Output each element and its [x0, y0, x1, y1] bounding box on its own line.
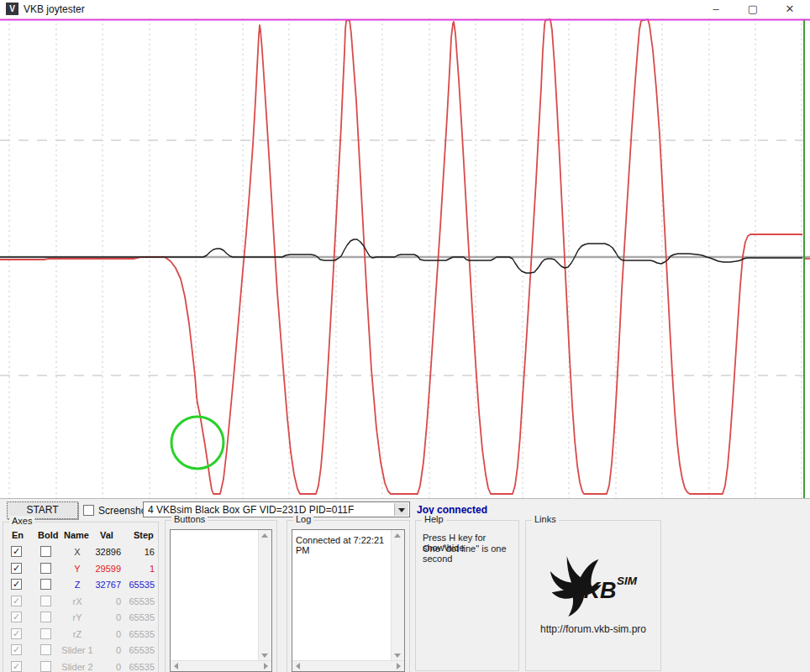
- axis-step: 65535: [121, 596, 155, 606]
- scroll-down-icon[interactable]: [394, 654, 401, 658]
- logo-sim-text: SIM: [617, 575, 638, 587]
- axis-bold-checkbox: [40, 661, 51, 672]
- buttons-horizontal-scrollbar[interactable]: [171, 660, 271, 671]
- axis-step: 1: [121, 564, 155, 574]
- axis-en-checkbox: ✓: [11, 644, 22, 655]
- axis-value: 0: [84, 629, 121, 639]
- axes-panel-title: Axes: [9, 516, 34, 526]
- forum-link[interactable]: http://forum.vkb-sim.pro: [526, 623, 660, 635]
- oscilloscope-plot: [0, 18, 810, 499]
- axis-en-checkbox: ✓: [11, 596, 22, 606]
- axis-en-checkbox[interactable]: ✓: [11, 563, 22, 574]
- axis-en-checkbox: ✓: [11, 628, 22, 639]
- axis-bold-checkbox[interactable]: [40, 579, 51, 590]
- scroll-left-icon[interactable]: [296, 663, 300, 669]
- axes-header-step: Step: [134, 530, 154, 540]
- axis-step: 16: [121, 547, 155, 557]
- axes-header-val: Val: [100, 530, 113, 540]
- axis-step: 65535: [121, 645, 155, 655]
- axis-bold-checkbox[interactable]: [40, 546, 51, 557]
- scroll-up-icon[interactable]: [261, 533, 268, 538]
- axis-value: 32896: [84, 547, 121, 557]
- axis-value: 32767: [84, 580, 121, 590]
- links-panel-title: Links: [532, 514, 559, 524]
- scroll-right-icon[interactable]: [397, 663, 401, 669]
- buttons-listbox[interactable]: [170, 529, 272, 672]
- buttons-panel: Buttons: [165, 520, 277, 672]
- axis-bold-checkbox: [40, 612, 51, 622]
- axis-value: 0: [84, 596, 121, 606]
- log-vertical-scrollbar[interactable]: [391, 530, 404, 661]
- axis-row-slider2: ✓Slider 2065535: [3, 659, 158, 672]
- app-window: V VKB joytester – ▢ ✕ START Screenshoot …: [0, 0, 810, 672]
- axis-row-rz: ✓rZ065535: [3, 627, 158, 643]
- axis-row-slider1: ✓Slider 1065535: [3, 643, 158, 659]
- log-horizontal-scrollbar[interactable]: [292, 660, 404, 671]
- scroll-up-icon[interactable]: [394, 533, 401, 538]
- log-panel: Log Connected at 7:22:21 PM: [287, 520, 410, 672]
- scroll-right-icon[interactable]: [264, 663, 268, 669]
- help-panel-title: Help: [422, 514, 446, 524]
- axis-value: 0: [84, 612, 121, 622]
- app-icon: V: [6, 3, 18, 15]
- axes-header-name: Name: [64, 530, 89, 540]
- combobox-arrow-button[interactable]: [394, 503, 408, 516]
- title-bar: V VKB joytester – ▢ ✕: [0, 0, 810, 18]
- axis-value: 29599: [84, 564, 121, 574]
- links-panel: Links KB SIM http://forum.vkb-sim.pro: [525, 520, 661, 671]
- log-entry: Connected at 7:22:21 PM: [296, 535, 390, 555]
- buttons-vertical-scrollbar[interactable]: [258, 530, 271, 661]
- close-button[interactable]: ✕: [773, 0, 807, 18]
- buttons-panel-title: Buttons: [171, 514, 208, 524]
- axis-en-checkbox[interactable]: ✓: [11, 546, 22, 557]
- maximize-button[interactable]: ▢: [736, 0, 770, 18]
- screenshot-checkbox[interactable]: [83, 505, 94, 516]
- window-title: VKB joytester: [24, 3, 85, 15]
- axis-en-checkbox[interactable]: ✓: [11, 579, 22, 590]
- axis-bold-checkbox: [40, 596, 51, 606]
- axis-value: 0: [84, 645, 121, 655]
- axes-panel: Axes En Bold Name Val Step ✓X3289616✓Y29…: [3, 522, 159, 672]
- axes-header-bold: Bold: [38, 530, 58, 540]
- axis-step: 65535: [121, 580, 155, 590]
- log-listbox[interactable]: Connected at 7:22:21 PM: [292, 529, 405, 672]
- vkb-sim-logo: KB SIM: [541, 554, 647, 620]
- axis-step: 65535: [121, 662, 155, 672]
- annotation-circle: [171, 417, 224, 469]
- axis-bold-checkbox[interactable]: [40, 563, 51, 574]
- chart-canvas: [0, 18, 810, 498]
- axis-step: 65535: [121, 612, 155, 622]
- axis-value: 0: [84, 662, 121, 672]
- help-text-line2: One "dot line" is one second: [423, 543, 518, 564]
- minimize-button[interactable]: –: [699, 0, 733, 18]
- axis-row-z: ✓Z3276765535: [3, 577, 158, 593]
- axes-header-en: En: [12, 530, 24, 540]
- help-panel: Help Press H key for show\hide One "dot …: [415, 520, 519, 671]
- axis-bold-checkbox: [40, 628, 51, 639]
- axis-en-checkbox: ✓: [11, 612, 22, 622]
- log-list-content: Connected at 7:22:21 PM: [296, 535, 390, 555]
- axis-row-rx: ✓rX065535: [3, 594, 158, 610]
- axis-row-x: ✓X3289616: [3, 544, 158, 560]
- axis-bold-checkbox: [40, 644, 51, 655]
- axis-en-checkbox: ✓: [11, 661, 22, 672]
- chevron-down-icon: [398, 508, 405, 512]
- logo-kb-text: KB: [583, 579, 616, 604]
- scroll-down-icon[interactable]: [261, 654, 268, 658]
- axis-row-ry: ✓rY065535: [3, 610, 158, 626]
- scroll-left-icon[interactable]: [174, 663, 178, 669]
- axis-row-y: ✓Y295991: [3, 561, 158, 577]
- log-panel-title: Log: [293, 514, 313, 524]
- axis-step: 65535: [121, 629, 155, 639]
